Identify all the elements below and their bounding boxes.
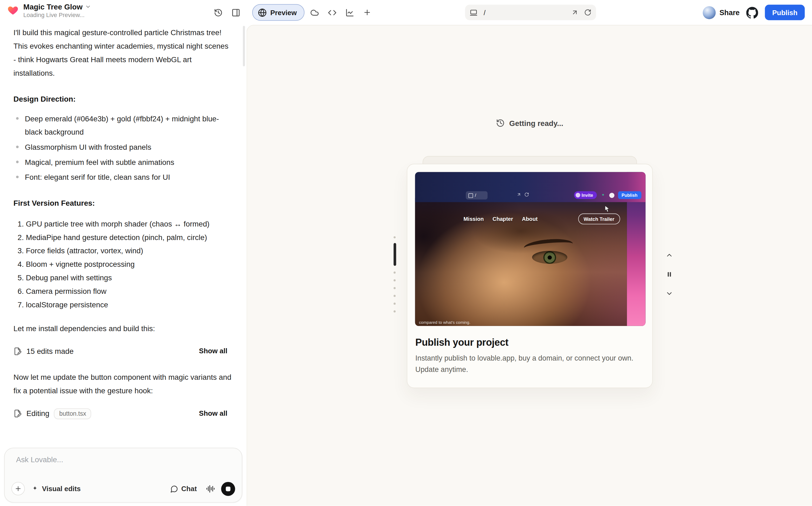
- carousel-dot[interactable]: [394, 272, 396, 274]
- stop-generation-button[interactable]: [221, 482, 235, 496]
- show-all-editing-button[interactable]: Show all: [194, 404, 232, 423]
- project-info: Magic Tree Glow Loading Live Preview...: [23, 3, 91, 18]
- carousel-dot[interactable]: [394, 236, 396, 238]
- carousel-dot[interactable]: [394, 303, 396, 305]
- cursor-icon: [604, 205, 612, 213]
- update-line: Now let me update the button component w…: [13, 370, 232, 398]
- show-all-label: Show all: [199, 407, 227, 420]
- list-item: Force fields (attractor, vortex, wind): [26, 244, 232, 258]
- loading-status: Getting ready...: [496, 119, 563, 128]
- chat-mode-button[interactable]: Chat: [171, 485, 197, 493]
- editing-file-badge[interactable]: button.tsx: [54, 408, 91, 419]
- file-edit-icon: [13, 347, 22, 355]
- url-path: /: [484, 9, 486, 16]
- code-icon: [328, 8, 336, 17]
- list-item: Magical, premium feel with subtle animat…: [25, 155, 232, 169]
- url-bar-actions: [571, 9, 592, 16]
- cloud-icon: [310, 8, 319, 17]
- analytics-button[interactable]: [342, 5, 358, 20]
- mock-url-actions: [516, 192, 529, 197]
- mock-nav-item: About: [522, 216, 537, 222]
- plus-icon: [15, 485, 22, 492]
- carousel-pause-button[interactable]: [662, 267, 677, 281]
- card-description: Instantly publish to lovable.app, buy a …: [415, 353, 644, 375]
- list-item: Glassmorphism UI with frosted panels: [25, 141, 232, 154]
- header-utility-icons: [211, 5, 243, 20]
- cloud-button[interactable]: [307, 5, 322, 20]
- carousel-dot[interactable]: [394, 287, 396, 289]
- sparkle-icon: [600, 192, 605, 197]
- visual-edits-label: Visual edits: [42, 485, 81, 493]
- share-label: Share: [719, 8, 740, 17]
- visual-edits-button[interactable]: Visual edits: [31, 485, 81, 493]
- chat-mode-label: Chat: [181, 485, 197, 493]
- mock-header-actions: Invite Publish: [574, 191, 641, 199]
- history-icon: [214, 8, 223, 17]
- edits-summary-row: 15 edits made Show all: [13, 342, 232, 360]
- audio-waveform-icon: [206, 484, 215, 493]
- publish-promo-card: / Invite Publish: [407, 164, 652, 388]
- refresh-icon: [524, 192, 529, 197]
- sparkle-icon: [31, 485, 39, 493]
- list-item: localStorage persistence: [26, 298, 232, 311]
- mock-publish-button: Publish: [618, 191, 641, 199]
- globe-icon: [258, 8, 267, 17]
- chart-line-icon: [345, 8, 354, 17]
- chevron-down-icon: [85, 3, 91, 10]
- history-button[interactable]: [211, 5, 225, 20]
- chevron-up-icon: [665, 251, 673, 259]
- chat-message-list: I'll build this magical gesture-controll…: [0, 25, 243, 443]
- voice-input-button[interactable]: [206, 484, 215, 493]
- preview-url-bar[interactable]: /: [465, 5, 596, 20]
- assistant-message-intro: I'll build this magical gesture-controll…: [13, 26, 232, 80]
- list-item: Bloom + vignette postprocessing: [26, 258, 232, 271]
- device-icon: [470, 9, 478, 16]
- toggle-panel-button[interactable]: [228, 5, 243, 20]
- chat-composer: Visual edits Chat: [4, 448, 242, 503]
- publish-button[interactable]: Publish: [765, 5, 805, 20]
- github-button[interactable]: [746, 6, 758, 18]
- project-menu[interactable]: Magic Tree Glow Loading Live Preview...: [7, 3, 91, 18]
- mock-avatar: [575, 193, 580, 197]
- user-avatar: [703, 6, 716, 19]
- header-actions: Share Publish: [703, 5, 805, 20]
- photo-detail: [532, 251, 567, 264]
- carousel-dot[interactable]: [394, 310, 396, 313]
- features-heading: First Version Features:: [13, 196, 232, 210]
- mock-nav-item: Chapter: [492, 216, 513, 222]
- card-title: Publish your project: [415, 337, 644, 348]
- loading-status-label: Getting ready...: [509, 119, 563, 127]
- carousel-down-button[interactable]: [662, 286, 677, 301]
- open-external-icon[interactable]: [571, 9, 579, 16]
- carousel-dot[interactable]: [394, 295, 396, 297]
- carousel-up-button[interactable]: [662, 248, 677, 262]
- project-status: Loading Live Preview...: [23, 12, 91, 18]
- chat-scrollbar[interactable]: [243, 26, 245, 67]
- carousel-active-indicator[interactable]: [393, 243, 396, 266]
- carousel-dot[interactable]: [394, 279, 396, 281]
- code-view-button[interactable]: [324, 5, 340, 20]
- chat-input[interactable]: [15, 455, 231, 465]
- mock-invite-label: Invite: [582, 192, 593, 197]
- edits-count: 15 edits made: [26, 345, 74, 358]
- chevron-down-icon: [665, 289, 673, 297]
- preview-thumbnail: / Invite Publish: [415, 172, 645, 326]
- list-item: Debug panel with settings: [26, 271, 232, 284]
- github-icon: [746, 6, 758, 18]
- share-button[interactable]: Share: [703, 6, 740, 19]
- plus-icon: [363, 8, 372, 17]
- editing-label: Editing: [26, 407, 49, 420]
- install-line: Let me install dependencies and build th…: [13, 322, 232, 335]
- design-direction-heading: Design Direction:: [13, 92, 232, 106]
- refresh-icon[interactable]: [584, 9, 591, 16]
- lovable-app: Magic Tree Glow Loading Live Preview...: [0, 0, 812, 506]
- features-list: GPU particle tree with morph shader (cha…: [13, 217, 232, 311]
- add-tab-button[interactable]: [360, 5, 375, 20]
- carousel-pagination: [391, 236, 398, 313]
- attach-button[interactable]: [11, 482, 25, 495]
- editing-file-row: Editing button.tsx Show all: [13, 405, 232, 422]
- preview-tab[interactable]: Preview: [252, 4, 305, 20]
- show-all-label: Show all: [199, 345, 227, 358]
- show-all-edits-button[interactable]: Show all: [194, 342, 232, 360]
- top-bar: Magic Tree Glow Loading Live Preview...: [0, 0, 812, 25]
